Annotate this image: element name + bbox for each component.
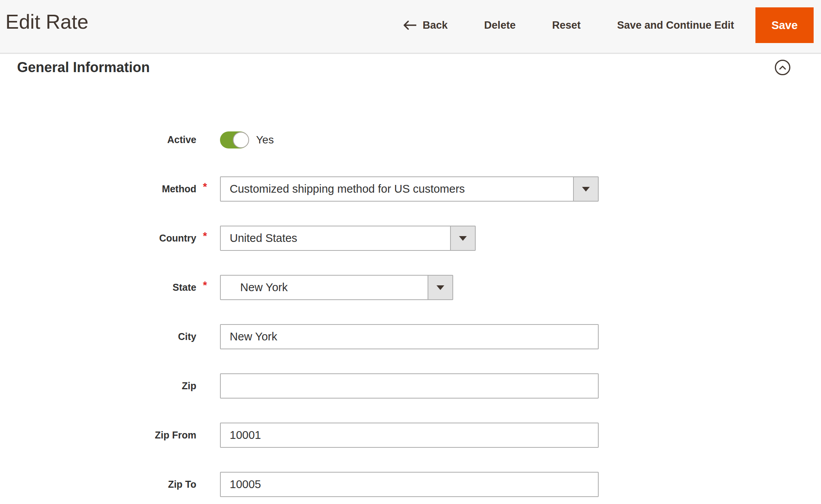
save-and-continue-button[interactable]: Save and Continue Edit xyxy=(617,19,734,31)
field-row-zip-from: Zip From xyxy=(0,423,821,448)
zip-label: Zip xyxy=(0,380,196,392)
toggle-knob xyxy=(233,132,249,148)
field-row-city: City xyxy=(0,324,821,349)
country-label: Country xyxy=(0,233,196,244)
field-row-active: Active Yes xyxy=(0,127,821,152)
edit-rate-page: Edit Rate Back Delete Reset Save and Con… xyxy=(0,0,821,504)
save-and-continue-label: Save and Continue Edit xyxy=(617,19,734,31)
page-header: Edit Rate Back Delete Reset Save and Con… xyxy=(0,0,821,54)
country-select-arrow[interactable] xyxy=(450,226,475,250)
delete-button[interactable]: Delete xyxy=(484,19,516,31)
zip-to-label: Zip To xyxy=(0,479,196,490)
back-button-label: Back xyxy=(423,19,448,31)
method-label: Method xyxy=(0,183,196,195)
caret-down-icon xyxy=(436,285,444,290)
general-information-section-header: General Information xyxy=(0,54,821,76)
zip-to-input[interactable] xyxy=(220,472,599,497)
caret-down-icon xyxy=(582,187,590,192)
state-required-asterisk: * xyxy=(196,280,220,292)
country-select-value: United States xyxy=(221,232,450,245)
zip-from-label: Zip From xyxy=(0,430,196,441)
zip-from-input[interactable] xyxy=(220,423,599,448)
active-label: Active xyxy=(0,134,196,145)
general-information-form: Active Yes Method * Customized shipping … xyxy=(0,127,821,497)
collapse-section-button[interactable] xyxy=(775,60,790,75)
page-title: Edit Rate xyxy=(5,11,88,33)
method-select[interactable]: Customized shipping method for US custom… xyxy=(220,176,599,202)
field-row-zip: Zip xyxy=(0,373,821,399)
city-label: City xyxy=(0,331,196,342)
method-required-asterisk: * xyxy=(196,181,220,193)
field-row-method: Method * Customized shipping method for … xyxy=(0,176,821,202)
country-required-asterisk: * xyxy=(196,230,220,242)
field-row-state: State * New York xyxy=(0,275,821,300)
caret-down-icon xyxy=(459,236,467,241)
state-select-value: New York xyxy=(221,281,428,294)
chevron-up-icon xyxy=(779,66,786,70)
field-row-zip-to: Zip To xyxy=(0,472,821,497)
delete-button-label: Delete xyxy=(484,19,516,31)
page-actions-bar: Back Delete Reset Save and Continue Edit… xyxy=(403,0,814,50)
method-select-arrow[interactable] xyxy=(573,177,598,201)
zip-input[interactable] xyxy=(220,373,599,399)
field-row-country: Country * United States xyxy=(0,226,821,251)
state-select-arrow[interactable] xyxy=(428,276,452,299)
city-input[interactable] xyxy=(220,324,599,349)
save-button[interactable]: Save xyxy=(755,7,814,43)
state-label: State xyxy=(0,282,196,293)
method-select-value: Customized shipping method for US custom… xyxy=(221,183,573,195)
reset-button[interactable]: Reset xyxy=(552,19,581,31)
country-select[interactable]: United States xyxy=(220,226,476,251)
arrow-left-icon xyxy=(403,20,416,30)
active-toggle[interactable] xyxy=(220,131,249,148)
reset-button-label: Reset xyxy=(552,19,581,31)
active-toggle-state-label: Yes xyxy=(256,134,274,146)
back-button[interactable]: Back xyxy=(403,19,448,31)
state-select[interactable]: New York xyxy=(220,275,453,300)
section-title: General Information xyxy=(17,59,150,76)
